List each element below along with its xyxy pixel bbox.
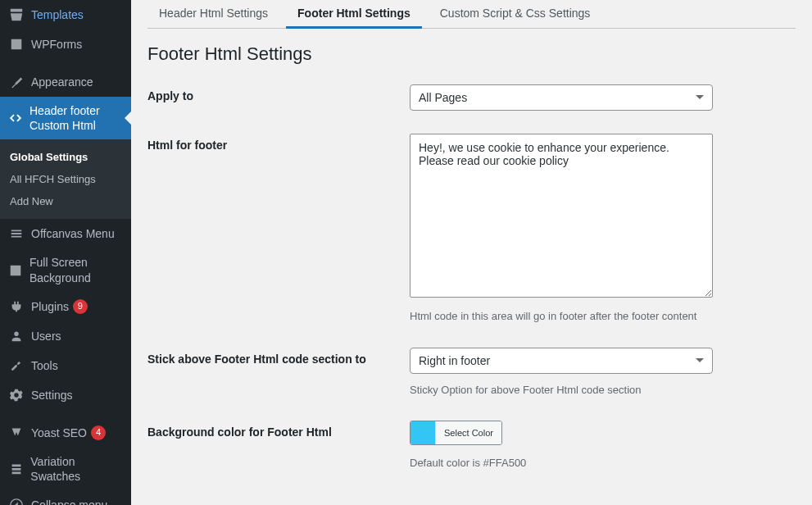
plugins-icon [8, 298, 25, 315]
page-title: Footer Html Settings [147, 29, 796, 73]
sidebar-item-templates[interactable]: Templates [0, 0, 131, 30]
color-picker[interactable]: Select Color [410, 421, 502, 445]
code-icon [8, 110, 23, 126]
sidebar-label: Users [31, 329, 61, 343]
sidebar-label: WPForms [31, 37, 82, 52]
sidebar-label: Variation Swatches [30, 454, 125, 484]
help-bgcolor: Default color is #FFA500 [410, 455, 713, 471]
sidebar-label: Header footer Custom Html [29, 103, 125, 133]
select-apply-to[interactable]: All Pages [410, 84, 713, 111]
color-swatch [411, 421, 435, 444]
wpforms-icon [8, 36, 25, 52]
sidebar-label: Yoast SEO [31, 425, 87, 440]
fullscreen-icon [8, 262, 23, 279]
sidebar-label: Templates [31, 7, 84, 22]
sidebar-item-full-screen-background[interactable]: Full Screen Background [0, 248, 131, 291]
submenu-item-add-new[interactable]: Add New [0, 190, 131, 212]
sidebar-label: Offcanvas Menu [31, 226, 115, 241]
select-value: All Pages [419, 91, 467, 104]
sidebar-item-header-footer-custom-html[interactable]: Header footer Custom Html [0, 97, 131, 139]
sidebar-item-variation-swatches[interactable]: Variation Swatches [0, 448, 131, 490]
row-stick: Stick above Footer Html code section to … [147, 336, 796, 410]
sidebar-item-users[interactable]: Users [0, 321, 131, 351]
sidebar-item-wpforms[interactable]: WPForms [0, 30, 131, 59]
sidebar-label: Settings [31, 388, 73, 403]
variation-icon [8, 461, 24, 477]
label-bgcolor: Background color for Footer Html [147, 421, 410, 439]
help-stick: Sticky Option for above Footer Html code… [410, 382, 713, 398]
admin-sidebar: Templates WPForms Appearance Header foot… [0, 0, 131, 505]
submenu-item-global-settings[interactable]: Global Settings [0, 146, 131, 168]
sidebar-collapse[interactable]: Collapse menu [0, 490, 131, 505]
sidebar-label: Full Screen Background [29, 255, 125, 284]
tools-icon [8, 357, 25, 374]
sidebar-label: Collapse menu [31, 498, 107, 505]
settings-icon [8, 387, 25, 403]
row-apply-to: Apply to All Pages [147, 73, 796, 122]
label-stick: Stick above Footer Html code section to [147, 348, 410, 366]
select-color-button[interactable]: Select Color [435, 421, 501, 444]
label-apply-to: Apply to [147, 84, 410, 102]
select-value: Right in footer [419, 354, 490, 367]
sidebar-item-tools[interactable]: Tools [0, 351, 131, 380]
sidebar-label: Appearance [31, 75, 93, 89]
label-html-footer: Html for footer [147, 134, 410, 152]
row-bgcolor: Background color for Footer Html Select … [147, 409, 796, 483]
yoast-icon [8, 425, 25, 441]
sidebar-item-offcanvas-menu[interactable]: Offcanvas Menu [0, 219, 131, 248]
sidebar-item-yoast-seo[interactable]: Yoast SEO 4 [0, 418, 131, 448]
sidebar-item-plugins[interactable]: Plugins 9 [0, 292, 131, 321]
sidebar-submenu: Global Settings All HFCH Settings Add Ne… [0, 139, 131, 219]
tab-header-html-settings[interactable]: Header Html Settings [147, 0, 279, 29]
menu-icon [8, 225, 25, 242]
main-content: Header Html Settings Footer Html Setting… [131, 0, 812, 505]
select-stick[interactable]: Right in footer [410, 348, 713, 374]
plugins-badge: 9 [73, 299, 88, 314]
tab-footer-html-settings[interactable]: Footer Html Settings [286, 0, 422, 29]
sidebar-label: Tools [31, 358, 58, 373]
appearance-icon [8, 74, 25, 90]
templates-icon [8, 7, 25, 23]
submenu-item-all-hfch-settings[interactable]: All HFCH Settings [0, 168, 131, 190]
sidebar-item-appearance[interactable]: Appearance [0, 67, 131, 97]
sidebar-label: Plugins [31, 299, 69, 314]
tab-custom-script-css-settings[interactable]: Custom Script & Css Settings [429, 0, 602, 29]
yoast-badge: 4 [91, 425, 106, 440]
textarea-html-footer[interactable] [410, 134, 713, 298]
help-html-footer: Html code in this area will go in footer… [410, 308, 713, 325]
collapse-icon [8, 497, 25, 505]
users-icon [8, 328, 25, 344]
sidebar-item-settings[interactable]: Settings [0, 380, 131, 410]
settings-tabs: Header Html Settings Footer Html Setting… [147, 0, 796, 29]
row-html-footer: Html for footer Html code in this area w… [147, 122, 796, 336]
